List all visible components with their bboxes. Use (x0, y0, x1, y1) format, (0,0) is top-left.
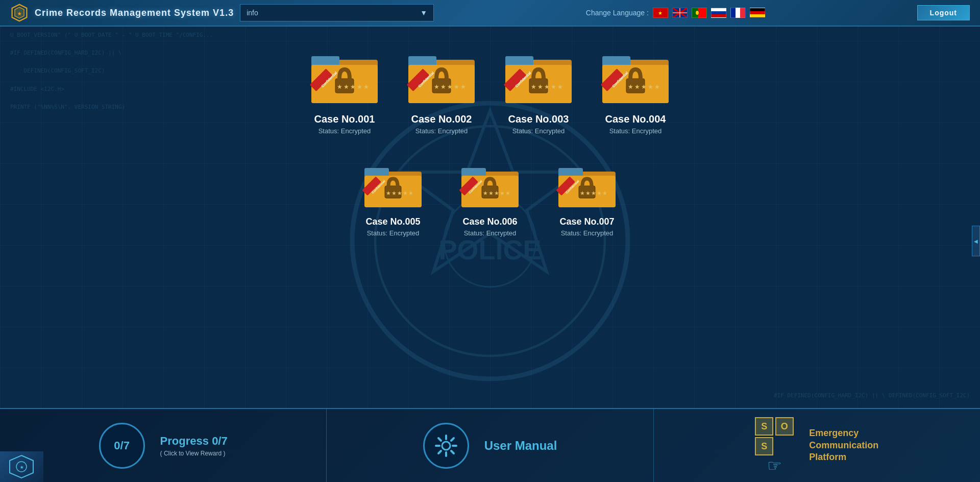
svg-line-64 (451, 438, 454, 441)
svg-text:★★★★★: ★★★★★ (628, 83, 661, 90)
case-item-007[interactable]: Confidential ★★★★★ Case No.007 Status: E… (556, 160, 618, 237)
progress-circle: 0/7 (99, 423, 145, 469)
case-title-006: Case No.006 (462, 216, 517, 227)
cases-top-row: Confidential ★★★★★ Case No.001 Status: E… (309, 47, 671, 135)
case-icon-001: Confidential ★★★★★ (309, 47, 380, 108)
sos-s2: S (755, 437, 773, 455)
svg-text:★: ★ (17, 11, 22, 16)
progress-sub-text: ( Click to View Reward ) (160, 450, 228, 457)
case-icon-003: Confidential ★★★★★ (503, 47, 574, 108)
emergency-label-block: Emergency Communication Platform (809, 427, 878, 463)
hand-icon: ☞ (767, 457, 782, 474)
sos-o: O (775, 417, 794, 436)
progress-label: Progress (160, 435, 209, 447)
case-title-002: Case No.002 (411, 113, 472, 125)
case-status-004: Status: Encrypted (609, 127, 662, 135)
emergency-section[interactable]: S O S ☞ Emergency Communication Platform (654, 409, 980, 482)
case-title-004: Case No.004 (605, 113, 666, 125)
case-icon-007: Confidential ★★★★★ (556, 160, 618, 211)
header: ★ Crime Records Management System V1.3 i… (0, 0, 980, 27)
case-item-001[interactable]: Confidential ★★★★★ Case No.001 Status: E… (309, 47, 380, 135)
scroll-hint[interactable]: ◀ (972, 226, 980, 256)
case-status-003: Status: Encrypted (512, 127, 565, 135)
progress-value: 0/7 (212, 435, 228, 447)
case-title-007: Case No.007 (559, 216, 614, 227)
bottom-bar: 0/7 Progress 0/7 ( Click to View Reward … (0, 408, 980, 482)
app-logo: ★ (10, 4, 29, 22)
flag-russian[interactable] (711, 8, 726, 18)
gear-icon (423, 423, 469, 469)
case-title-001: Case No.001 (314, 113, 375, 125)
svg-line-65 (438, 451, 441, 453)
emergency-label-line2: Communication (809, 440, 878, 451)
emergency-label-line3: Platform (809, 451, 878, 463)
case-icon-004: Confidential ★★★★★ (600, 47, 671, 108)
emergency-label-line1: Emergency (809, 427, 878, 439)
user-manual-label: User Manual (484, 439, 557, 453)
progress-section[interactable]: 0/7 Progress 0/7 ( Click to View Reward … (0, 409, 327, 482)
progress-text-block: Progress 0/7 ( Click to View Reward ) (160, 435, 228, 457)
progress-circle-text: 0/7 (114, 439, 130, 452)
bg-code-right: #IF DEFINED(CONFIG_HARD_I2C) || \ DEFINE… (774, 391, 970, 400)
case-item-006[interactable]: Confidential ★★★★★ Case No.006 Status: E… (459, 160, 521, 237)
svg-line-63 (451, 451, 454, 453)
progress-main-text: Progress 0/7 (160, 435, 228, 448)
case-status-007: Status: Encrypted (561, 229, 614, 237)
svg-text:★★★★★: ★★★★★ (386, 190, 414, 196)
svg-text:★★★★★: ★★★★★ (531, 83, 564, 90)
case-status-006: Status: Encrypted (464, 229, 517, 237)
change-language-label: Change Language : (586, 9, 649, 17)
flag-chinese[interactable]: ★ (653, 8, 668, 18)
logout-button[interactable]: Logout (917, 5, 970, 20)
bottom-left-badge: ★ (0, 451, 43, 482)
case-item-003[interactable]: Confidential ★★★★★ Case No.003 Status: E… (503, 47, 574, 135)
svg-text:POLICE: POLICE (438, 234, 541, 265)
case-item-002[interactable]: Confidential ★★★★★ Case No.002 Status: E… (406, 47, 477, 135)
case-item-005[interactable]: Confidential ★★★★★ Case No.005 Status: E… (362, 160, 424, 237)
svg-text:★★★★★: ★★★★★ (580, 190, 608, 196)
user-manual-section[interactable]: User Manual (327, 409, 653, 482)
sos-s1: S (755, 417, 773, 436)
svg-text:★★★★★: ★★★★★ (483, 190, 511, 196)
case-title-005: Case No.005 (365, 216, 420, 227)
language-selector: Change Language : ★ (586, 8, 765, 18)
case-status-002: Status: Encrypted (415, 127, 468, 135)
case-title-003: Case No.003 (508, 113, 569, 125)
flag-german[interactable] (750, 8, 765, 18)
flag-english[interactable] (672, 8, 688, 18)
cases-bottom-row: Confidential ★★★★★ Case No.005 Status: E… (362, 160, 618, 237)
dropdown-arrow-icon: ▼ (420, 9, 427, 17)
dropdown-value: info (247, 9, 258, 17)
svg-text:★★★★★: ★★★★★ (434, 83, 467, 90)
flag-portuguese[interactable] (692, 8, 707, 18)
svg-text:★: ★ (20, 465, 24, 470)
sos-empty (775, 437, 794, 455)
info-dropdown[interactable]: info ▼ (240, 4, 434, 21)
case-icon-006: Confidential ★★★★★ (459, 160, 521, 211)
case-icon-005: Confidential ★★★★★ (362, 160, 424, 211)
svg-text:★★★★★: ★★★★★ (337, 83, 370, 90)
header-left: ★ Crime Records Management System V1.3 i… (10, 4, 434, 22)
case-status-005: Status: Encrypted (367, 229, 420, 237)
app-title: Crime Records Management System V1.3 (35, 8, 234, 18)
case-item-004[interactable]: Confidential ★★★★★ Case No.004 Status: E… (600, 47, 671, 135)
case-status-001: Status: Encrypted (318, 127, 371, 135)
svg-line-62 (438, 438, 441, 441)
svg-point-57 (442, 442, 450, 450)
main-content: Confidential ★★★★★ Case No.001 Status: E… (0, 27, 980, 237)
case-icon-002: Confidential ★★★★★ (406, 47, 477, 108)
flag-french[interactable] (730, 8, 746, 18)
